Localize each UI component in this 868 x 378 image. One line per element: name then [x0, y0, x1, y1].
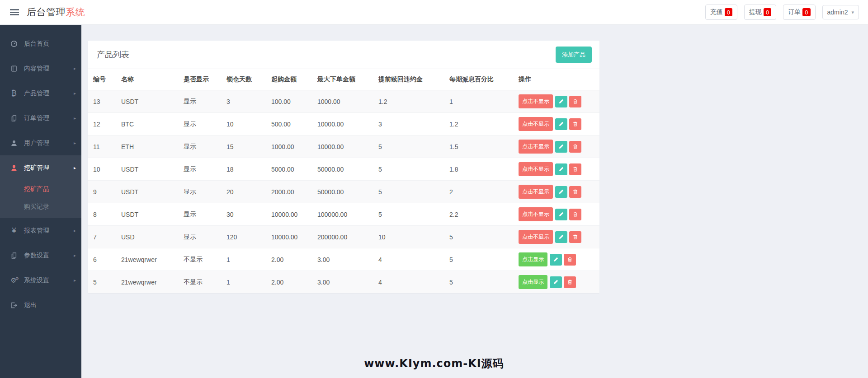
edit-button[interactable]	[555, 141, 567, 153]
toggle-visibility-button[interactable]: 点击显示	[519, 252, 547, 266]
cell-actions: 点击显示	[513, 271, 599, 294]
cell-display: 显示	[178, 203, 221, 226]
signout-icon	[10, 302, 18, 309]
cell-lock-days: 18	[221, 158, 266, 181]
header-recharge-label: 充值	[710, 8, 723, 16]
cell-max-order: 3.00	[312, 271, 373, 294]
cell-name: 21wewqrwer	[116, 248, 178, 271]
cell-display: 显示	[178, 135, 221, 158]
edit-button[interactable]	[555, 209, 567, 220]
cell-name: USDT	[116, 203, 178, 226]
sidebar-item-system[interactable]: ⚙⚙系统设置▸	[0, 268, 81, 293]
header-recharge-button[interactable]: 充值0	[705, 5, 737, 20]
cell-min-buy: 1000.00	[266, 135, 312, 158]
brand-accent: 系统	[66, 7, 85, 17]
miner-icon	[10, 164, 18, 172]
delete-button[interactable]	[569, 163, 581, 175]
cell-actions: 点击不显示	[513, 158, 599, 181]
toggle-visibility-button[interactable]: 点击不显示	[519, 207, 553, 221]
cell-dividend-pct: 1.8	[444, 158, 513, 181]
main-content: 产品列表 添加产品 编号名称是否显示锁仓天数起购金额最大下单金额提前赎回违约金每…	[81, 25, 868, 378]
table-row: 621wewqrwer不显示12.003.0045点击显示	[88, 248, 599, 271]
sidebar-item-order[interactable]: 订单管理▸	[0, 106, 81, 131]
toggle-visibility-button[interactable]: 点击显示	[519, 275, 547, 289]
table-row: 12BTC显示10500.0010000.0031.2点击不显示	[88, 113, 599, 135]
toggle-visibility-button[interactable]: 点击不显示	[519, 162, 553, 176]
sidebar-item-label: 系统设置	[24, 276, 49, 285]
table-row: 8USDT显示3010000.00100000.0052.2点击不显示	[88, 203, 599, 226]
sidebar-subitem-mining-products[interactable]: 挖矿产品	[0, 180, 81, 198]
column-header-2: 是否显示	[178, 69, 221, 90]
edit-button[interactable]	[555, 118, 567, 130]
pencil-icon	[558, 234, 564, 240]
cell-id: 11	[88, 135, 116, 158]
header-withdraw-button[interactable]: 提现0	[744, 5, 776, 20]
toggle-visibility-button[interactable]: 点击不显示	[519, 230, 553, 244]
table-row: 10USDT显示185000.0050000.0051.8点击不显示	[88, 158, 599, 181]
cell-lock-days: 1	[221, 248, 266, 271]
hamburger-menu-icon[interactable]	[10, 9, 19, 15]
toggle-visibility-button[interactable]: 点击不显示	[519, 117, 553, 131]
cell-name: BTC	[116, 113, 178, 135]
delete-button[interactable]	[569, 209, 581, 220]
edit-button[interactable]	[555, 96, 567, 107]
cell-max-order: 3.00	[312, 248, 373, 271]
cell-dividend-pct: 2	[444, 181, 513, 203]
cell-min-buy: 10000.00	[266, 226, 312, 248]
files-icon	[10, 252, 18, 259]
cell-actions: 点击显示	[513, 248, 599, 271]
chevron-right-icon: ▸	[74, 278, 76, 283]
brand-primary: 后台管理	[27, 7, 66, 17]
cell-actions: 点击不显示	[513, 203, 599, 226]
delete-button[interactable]	[569, 231, 581, 243]
sidebar-subitem-purchase-records[interactable]: 购买记录	[0, 198, 81, 215]
sidebar-item-product[interactable]: ₿产品管理▸	[0, 81, 81, 106]
cell-display: 不显示	[178, 248, 221, 271]
header-orders-button[interactable]: 订单0	[783, 5, 815, 20]
card-header: 产品列表 添加产品	[88, 41, 599, 69]
delete-button[interactable]	[569, 141, 581, 153]
edit-button[interactable]	[555, 186, 567, 198]
header-orders-label: 订单	[788, 8, 801, 16]
sidebar-item-label: 退出	[24, 301, 37, 309]
delete-button[interactable]	[569, 96, 581, 107]
delete-button[interactable]	[569, 118, 581, 130]
sidebar-item-report[interactable]: ¥报表管理▸	[0, 218, 81, 243]
user-menu-button[interactable]: admin2 ▾	[822, 5, 859, 19]
toggle-visibility-button[interactable]: 点击不显示	[519, 140, 553, 154]
delete-button[interactable]	[564, 276, 576, 288]
cell-id: 5	[88, 271, 116, 294]
trash-icon	[572, 166, 578, 172]
cell-lock-days: 15	[221, 135, 266, 158]
toggle-visibility-button[interactable]: 点击不显示	[519, 94, 553, 108]
edit-button[interactable]	[555, 231, 567, 243]
sidebar-item-label: 产品管理	[24, 89, 49, 98]
cell-penalty: 5	[373, 158, 444, 181]
edit-button[interactable]	[550, 254, 562, 266]
cell-display: 显示	[178, 181, 221, 203]
sidebar-item-home[interactable]: 后台首页	[0, 31, 81, 56]
cell-id: 7	[88, 226, 116, 248]
add-product-button[interactable]: 添加产品	[556, 47, 592, 63]
cell-lock-days: 120	[221, 226, 266, 248]
edit-button[interactable]	[550, 276, 562, 288]
cell-max-order: 100000.00	[312, 203, 373, 226]
sidebar-item-mining[interactable]: 挖矿管理▸	[0, 155, 81, 180]
trash-icon	[572, 121, 578, 127]
sidebar-item-user[interactable]: 用户管理▸	[0, 131, 81, 155]
trash-icon	[572, 211, 578, 217]
files-icon	[10, 115, 18, 122]
cell-min-buy: 10000.00	[266, 203, 312, 226]
toggle-visibility-button[interactable]: 点击不显示	[519, 185, 553, 199]
edit-button[interactable]	[555, 163, 567, 175]
sidebar-item-params[interactable]: 参数设置▸	[0, 243, 81, 268]
delete-button[interactable]	[564, 254, 576, 266]
sidebar-item-content[interactable]: 内容管理▸	[0, 56, 81, 81]
delete-button[interactable]	[569, 186, 581, 198]
cell-name: USDT	[116, 181, 178, 203]
cell-display: 显示	[178, 90, 221, 113]
cell-lock-days: 20	[221, 181, 266, 203]
sidebar-item-logout[interactable]: 退出	[0, 293, 81, 317]
cell-min-buy: 500.00	[266, 113, 312, 135]
cell-actions: 点击不显示	[513, 181, 599, 203]
